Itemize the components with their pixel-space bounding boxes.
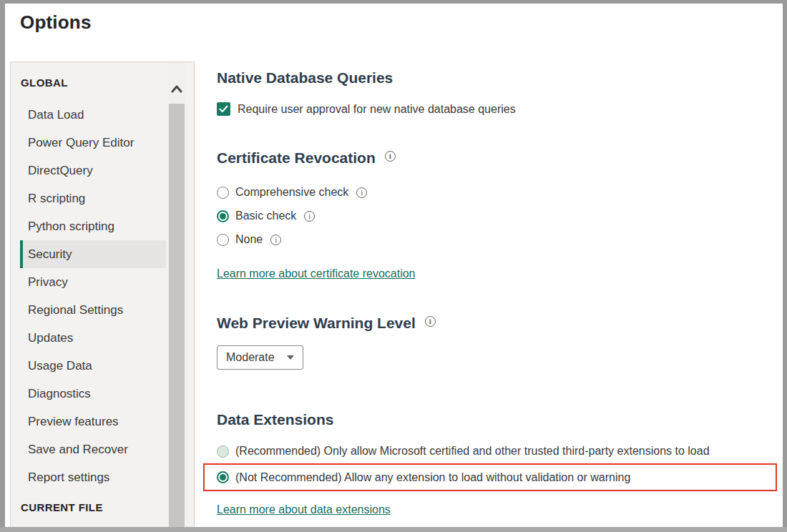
sidebar-item-usage-data[interactable]: Usage Data xyxy=(20,352,166,380)
info-icon[interactable] xyxy=(356,187,367,198)
radio-recommended-extensions[interactable] xyxy=(217,445,229,458)
heading-web-preview-warning-level: Web Preview Warning Level xyxy=(217,315,436,332)
radio-label: None xyxy=(235,233,263,246)
radio-row-basic: Basic check xyxy=(217,210,315,222)
radio-label: Basic check xyxy=(235,210,296,222)
sidebar-item-data-load[interactable]: Data Load xyxy=(20,101,166,129)
sidebar-item-privacy[interactable]: Privacy xyxy=(20,268,166,296)
sidebar-scrollbar[interactable] xyxy=(168,62,185,527)
sidebar-item-power-query-editor[interactable]: Power Query Editor xyxy=(20,129,166,157)
info-icon[interactable] xyxy=(385,151,396,162)
dialog-bottom-edge xyxy=(0,527,787,532)
radio-row-none: None xyxy=(217,233,281,246)
radio-comprehensive-check[interactable] xyxy=(217,187,229,199)
web-preview-level-dropdown[interactable]: Moderate xyxy=(217,345,303,370)
radio-row-comprehensive: Comprehensive check xyxy=(217,186,367,199)
sidebar-item-diagnostics[interactable]: Diagnostics xyxy=(20,380,166,408)
sidebar-item-updates[interactable]: Updates xyxy=(20,324,166,352)
info-icon[interactable] xyxy=(304,211,315,222)
scrollbar-thumb[interactable] xyxy=(169,104,185,527)
sidebar-item-r-scripting[interactable]: R scripting xyxy=(20,184,166,212)
red-highlight-box: (Not Recommended) Allow any extension to… xyxy=(203,463,777,491)
radio-label: (Not Recommended) Allow any extension to… xyxy=(235,471,630,484)
chevron-up-icon xyxy=(170,84,183,95)
checkbox-label: Require user approval for new native dat… xyxy=(238,103,516,116)
heading-web-preview-text: Web Preview Warning Level xyxy=(217,315,416,331)
radio-none[interactable] xyxy=(217,234,229,246)
sidebar-item-regional-settings[interactable]: Regional Settings xyxy=(20,296,166,324)
radio-label: (Recommended) Only allow Microsoft certi… xyxy=(235,445,710,458)
info-icon[interactable] xyxy=(270,235,281,245)
sidebar-item-report-settings[interactable]: Report settings xyxy=(20,463,166,491)
native-db-checkbox-row: Require user approval for new native dat… xyxy=(217,102,516,116)
radio-basic-check[interactable] xyxy=(217,210,229,222)
heading-certificate-revocation-text: Certificate Revocation xyxy=(217,149,376,166)
link-learn-certificate-revocation[interactable]: Learn more about certificate revocation xyxy=(217,267,415,280)
heading-data-extensions: Data Extensions xyxy=(217,411,333,428)
sidebar-item-directquery[interactable]: DirectQuery xyxy=(20,157,166,184)
dropdown-selected-value: Moderate xyxy=(226,351,283,364)
screenshot-frame: Options GLOBAL Data Load Power Query Edi… xyxy=(0,0,787,532)
heading-certificate-revocation: Certificate Revocation xyxy=(217,149,396,167)
radio-label: Comprehensive check xyxy=(235,186,348,199)
sidebar-item-preview-features[interactable]: Preview features xyxy=(20,408,166,435)
checkmark-icon xyxy=(219,105,228,113)
sidebar-nav-list: Data Load Power Query Editor DirectQuery… xyxy=(11,101,194,491)
sidebar-item-save-and-recover[interactable]: Save and Recover xyxy=(20,435,166,463)
scroll-up-button[interactable] xyxy=(170,84,183,95)
info-icon[interactable] xyxy=(425,316,436,327)
dialog-title: Options xyxy=(20,11,92,34)
radio-row-not-recommended: (Not Recommended) Allow any extension to… xyxy=(217,471,630,484)
radio-row-recommended: (Recommended) Only allow Microsoft certi… xyxy=(217,445,710,458)
heading-native-database-queries: Native Database Queries xyxy=(217,69,393,87)
chevron-down-icon xyxy=(287,355,294,360)
sidebar: GLOBAL Data Load Power Query Editor Dire… xyxy=(10,61,195,527)
sidebar-item-python-scripting[interactable]: Python scripting xyxy=(20,212,166,240)
radio-not-recommended-extensions[interactable] xyxy=(217,471,229,483)
checkbox-require-approval[interactable] xyxy=(217,102,230,116)
sidebar-item-security[interactable]: Security xyxy=(20,240,166,268)
options-dialog: Options GLOBAL Data Load Power Query Edi… xyxy=(5,4,783,527)
link-learn-data-extensions[interactable]: Learn more about data extensions xyxy=(217,503,391,516)
